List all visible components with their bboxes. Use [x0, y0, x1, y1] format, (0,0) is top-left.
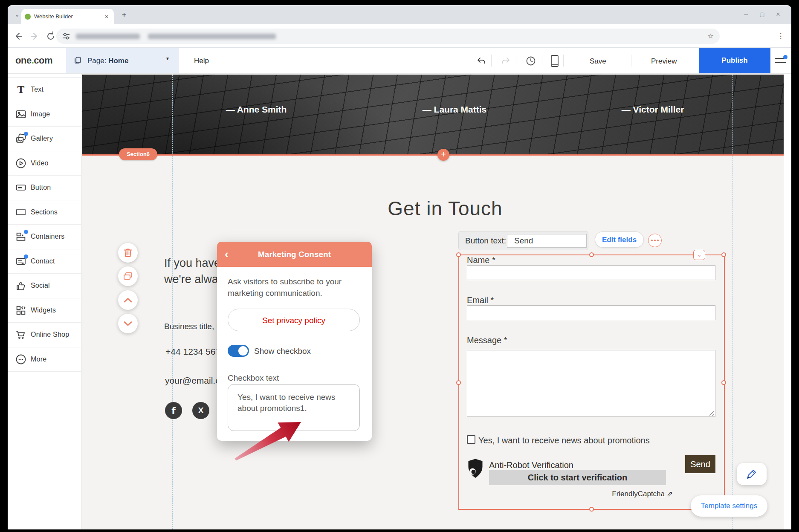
- image-icon: [15, 108, 27, 120]
- blurred-url-segment: [148, 34, 276, 39]
- toolbar-separator: [491, 55, 492, 66]
- button-text-input[interactable]: [507, 234, 587, 248]
- maximize-button[interactable]: ▢: [755, 9, 769, 20]
- toolbar-separator: [542, 55, 542, 66]
- selection-handle[interactable]: [721, 380, 726, 385]
- email-field[interactable]: [467, 305, 715, 320]
- form-field-label: Message *: [467, 335, 507, 345]
- builder-menu-icon[interactable]: [775, 56, 786, 65]
- sidebar-item-button[interactable]: Button: [8, 176, 82, 200]
- x-twitter-icon[interactable]: X: [192, 402, 209, 419]
- sidebar-item-gallery[interactable]: Gallery: [8, 127, 82, 151]
- selection-handle[interactable]: [456, 252, 461, 257]
- promotions-checkbox-label: Yes, I want to receive news about promot…: [478, 436, 650, 445]
- message-field[interactable]: [467, 350, 715, 417]
- testimonial-name: — Laura Mattis: [423, 104, 487, 115]
- forward-button[interactable]: [28, 30, 41, 43]
- form-field-label: Name *: [467, 255, 495, 265]
- preview-button[interactable]: Preview: [651, 57, 677, 66]
- address-row: ☆ ⋮: [8, 24, 791, 48]
- tab-close-icon[interactable]: ✕: [103, 13, 110, 20]
- template-settings-button[interactable]: Template settings: [691, 495, 767, 517]
- chevron-down-icon: ▼: [165, 56, 170, 61]
- back-button[interactable]: [12, 30, 25, 43]
- page-selector[interactable]: Page: Home ▼: [66, 48, 179, 73]
- button-text-label: Button text:: [465, 236, 506, 246]
- window-controls: ─ ▢ ✕: [739, 9, 785, 20]
- section-badge[interactable]: Section6: [119, 148, 157, 160]
- editor-canvas: — Anne Smith — Laura Mattis — Victor Mil…: [82, 74, 784, 529]
- sidebar-item-online-shop[interactable]: Online Shop: [8, 323, 82, 347]
- selection-handle[interactable]: [721, 252, 726, 257]
- sidebar-item-video[interactable]: Video: [8, 151, 82, 176]
- sidebar-item-widgets[interactable]: Widgets: [8, 298, 82, 323]
- close-window-button[interactable]: ✕: [771, 9, 785, 20]
- tab-strip: ⌄ Website Builder ✕ + ─ ▢ ✕: [8, 5, 791, 24]
- move-section-up-button[interactable]: [118, 290, 138, 310]
- history-button[interactable]: [525, 55, 537, 67]
- new-tab-button[interactable]: +: [119, 9, 130, 20]
- site-settings-icon[interactable]: [61, 32, 71, 41]
- minimize-button[interactable]: ─: [739, 9, 753, 20]
- page-value: Home: [108, 57, 128, 65]
- move-section-down-button[interactable]: [118, 314, 138, 333]
- reload-button[interactable]: [44, 30, 57, 43]
- builder-toolbar: one.com Page: Home ▼ Help Save Preview P…: [8, 48, 791, 74]
- browser-menu-icon[interactable]: ⋮: [776, 30, 785, 43]
- facebook-icon[interactable]: f: [165, 402, 182, 419]
- design-tools-button[interactable]: [737, 463, 767, 485]
- chevron-up-icon: [123, 297, 133, 303]
- hero-image[interactable]: — Anne Smith — Laura Mattis — Victor Mil…: [82, 75, 784, 154]
- new-badge: [24, 230, 28, 234]
- name-field[interactable]: [467, 265, 715, 280]
- form-field-label: Email *: [467, 295, 494, 305]
- collapse-selection-icon[interactable]: ⌄: [693, 250, 705, 260]
- mobile-preview-button[interactable]: [550, 55, 559, 67]
- resize-handle-icon[interactable]: [709, 411, 714, 416]
- toolbar-separator: [631, 55, 631, 66]
- add-section-button[interactable]: +: [437, 149, 449, 161]
- selection-handle[interactable]: [589, 252, 594, 257]
- delete-section-button[interactable]: [118, 243, 138, 263]
- set-privacy-policy-button[interactable]: Set privacy policy: [228, 309, 360, 331]
- sidebar-item-sections[interactable]: Sections: [8, 200, 82, 225]
- sidebar-item-image[interactable]: Image: [8, 102, 82, 127]
- sidebar-item-contact[interactable]: Contact: [8, 249, 82, 274]
- browser-tab[interactable]: Website Builder ✕: [21, 9, 114, 24]
- selection-handle[interactable]: [456, 380, 461, 385]
- promotions-checkbox[interactable]: [467, 435, 475, 444]
- section-heading[interactable]: Get in Touch: [306, 197, 584, 220]
- redo-button[interactable]: [500, 55, 511, 66]
- undo-button[interactable]: [476, 55, 487, 66]
- sidebar-item-text[interactable]: T Text: [8, 78, 82, 102]
- thumbs-up-icon: [15, 280, 27, 292]
- popup-description: Ask visitors to subscribe to your market…: [228, 276, 362, 299]
- checkbox-text-input[interactable]: Yes, I want to receive news about promot…: [228, 384, 360, 431]
- pages-icon: [73, 56, 82, 65]
- sidebar-item-social[interactable]: Social: [8, 274, 82, 298]
- trash-icon: [123, 248, 133, 258]
- cart-icon: [15, 329, 27, 341]
- widgets-icon: [15, 304, 27, 316]
- bookmark-star-icon[interactable]: ☆: [708, 32, 714, 40]
- one-com-logo: one.com: [15, 55, 52, 66]
- selection-handle[interactable]: [589, 507, 594, 512]
- duplicate-icon: [123, 272, 133, 281]
- help-button[interactable]: Help: [194, 57, 209, 65]
- duplicate-section-button[interactable]: [118, 266, 138, 286]
- address-bar[interactable]: ☆: [56, 29, 720, 44]
- element-sidebar: T Text Image Gallery Video Button: [8, 74, 82, 529]
- publish-button[interactable]: Publish: [699, 48, 770, 73]
- edit-fields-button[interactable]: Edit fields: [595, 231, 644, 248]
- friendlycaptcha-link[interactable]: FriendlyCaptcha ⇗: [607, 489, 673, 498]
- send-button[interactable]: Send: [685, 455, 715, 473]
- show-checkbox-label: Show checkbox: [254, 347, 311, 356]
- page-label: Page:: [87, 57, 108, 65]
- sidebar-item-containers[interactable]: Containers: [8, 225, 82, 249]
- more-options-button[interactable]: [648, 234, 662, 247]
- sidebar-item-more[interactable]: More: [8, 347, 82, 372]
- start-verification-button[interactable]: Click to start verification: [489, 470, 666, 485]
- toolbar-separator: [516, 55, 516, 66]
- save-button[interactable]: Save: [590, 57, 606, 66]
- show-checkbox-toggle[interactable]: [228, 345, 249, 357]
